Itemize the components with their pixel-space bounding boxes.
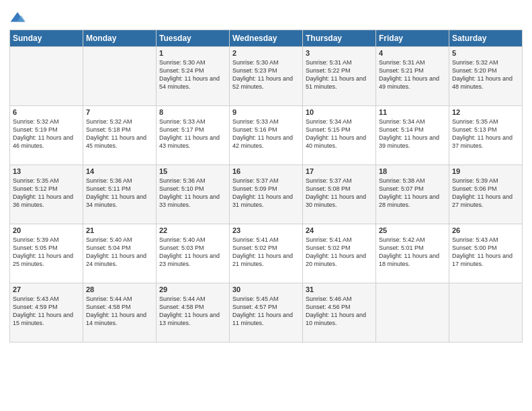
day-number: 19 [452,167,519,175]
calendar-cell: 4Sunrise: 5:31 AM Sunset: 5:21 PM Daylig… [376,47,449,106]
calendar-cell: 24Sunrise: 5:41 AM Sunset: 5:02 PM Dayli… [303,224,376,283]
cell-info: Sunrise: 5:35 AM Sunset: 5:12 PM Dayligh… [13,177,80,210]
cell-info: Sunrise: 5:41 AM Sunset: 5:02 PM Dayligh… [232,236,300,269]
day-number: 11 [379,108,446,116]
calendar-week-row: 20Sunrise: 5:39 AM Sunset: 5:05 PM Dayli… [10,224,523,283]
cell-info: Sunrise: 5:32 AM Sunset: 5:18 PM Dayligh… [86,118,153,150]
calendar-table: SundayMondayTuesdayWednesdayThursdayFrid… [9,30,523,342]
column-header-saturday: Saturday [449,30,523,47]
day-number: 27 [13,285,80,293]
calendar-cell: 6Sunrise: 5:32 AM Sunset: 5:19 PM Daylig… [10,106,83,165]
cell-info: Sunrise: 5:43 AM Sunset: 4:59 PM Dayligh… [13,295,80,328]
day-number: 24 [306,226,373,234]
column-header-tuesday: Tuesday [157,30,230,47]
cell-info: Sunrise: 5:37 AM Sunset: 5:08 PM Dayligh… [306,177,373,210]
column-header-friday: Friday [376,30,449,47]
cell-info: Sunrise: 5:32 AM Sunset: 5:19 PM Dayligh… [13,118,80,150]
day-number: 16 [232,167,300,175]
calendar-cell: 5Sunrise: 5:32 AM Sunset: 5:20 PM Daylig… [449,47,523,106]
calendar-cell: 19Sunrise: 5:39 AM Sunset: 5:06 PM Dayli… [449,165,523,224]
calendar-cell: 20Sunrise: 5:39 AM Sunset: 5:05 PM Dayli… [10,224,83,283]
cell-info: Sunrise: 5:34 AM Sunset: 5:15 PM Dayligh… [306,118,373,150]
cell-info: Sunrise: 5:35 AM Sunset: 5:13 PM Dayligh… [452,118,519,150]
calendar-cell: 10Sunrise: 5:34 AM Sunset: 5:15 PM Dayli… [303,106,376,165]
cell-info: Sunrise: 5:42 AM Sunset: 5:01 PM Dayligh… [379,236,446,269]
calendar-cell: 16Sunrise: 5:37 AM Sunset: 5:09 PM Dayli… [230,165,303,224]
calendar-cell: 12Sunrise: 5:35 AM Sunset: 5:13 PM Dayli… [449,106,523,165]
day-number: 7 [86,108,153,116]
cell-info: Sunrise: 5:39 AM Sunset: 5:06 PM Dayligh… [452,177,519,210]
day-number: 1 [159,49,226,57]
cell-info: Sunrise: 5:40 AM Sunset: 5:03 PM Dayligh… [159,236,226,269]
calendar-cell: 7Sunrise: 5:32 AM Sunset: 5:18 PM Daylig… [83,106,157,165]
day-number: 2 [232,49,300,57]
calendar-cell: 27Sunrise: 5:43 AM Sunset: 4:59 PM Dayli… [10,283,83,342]
column-header-wednesday: Wednesday [230,30,303,47]
day-number: 8 [159,108,226,116]
calendar-cell [376,283,449,342]
calendar-cell: 1Sunrise: 5:30 AM Sunset: 5:24 PM Daylig… [157,47,230,106]
calendar-cell: 25Sunrise: 5:42 AM Sunset: 5:01 PM Dayli… [376,224,449,283]
day-number: 28 [86,285,153,293]
logo [9,11,28,24]
column-header-sunday: Sunday [10,30,83,47]
day-number: 4 [379,49,446,57]
day-number: 18 [379,167,446,175]
calendar-cell: 30Sunrise: 5:45 AM Sunset: 4:57 PM Dayli… [230,283,303,342]
calendar-cell: 15Sunrise: 5:36 AM Sunset: 5:10 PM Dayli… [157,165,230,224]
calendar-cell: 22Sunrise: 5:40 AM Sunset: 5:03 PM Dayli… [157,224,230,283]
calendar-cell: 23Sunrise: 5:41 AM Sunset: 5:02 PM Dayli… [230,224,303,283]
calendar-cell [10,47,83,106]
calendar-cell: 26Sunrise: 5:43 AM Sunset: 5:00 PM Dayli… [449,224,523,283]
day-number: 21 [86,226,153,234]
column-header-monday: Monday [83,30,157,47]
cell-info: Sunrise: 5:33 AM Sunset: 5:17 PM Dayligh… [159,118,226,150]
cell-info: Sunrise: 5:32 AM Sunset: 5:20 PM Dayligh… [452,58,519,91]
calendar-cell: 11Sunrise: 5:34 AM Sunset: 5:14 PM Dayli… [376,106,449,165]
day-number: 20 [13,226,80,234]
calendar-cell: 21Sunrise: 5:40 AM Sunset: 5:04 PM Dayli… [83,224,157,283]
cell-info: Sunrise: 5:33 AM Sunset: 5:16 PM Dayligh… [232,118,300,150]
day-number: 10 [306,108,373,116]
page-container: SundayMondayTuesdayWednesdayThursdayFrid… [0,0,532,352]
calendar-cell: 17Sunrise: 5:37 AM Sunset: 5:08 PM Dayli… [303,165,376,224]
cell-info: Sunrise: 5:44 AM Sunset: 4:58 PM Dayligh… [159,295,226,328]
day-number: 26 [452,226,519,234]
calendar-cell: 29Sunrise: 5:44 AM Sunset: 4:58 PM Dayli… [157,283,230,342]
calendar-cell: 28Sunrise: 5:44 AM Sunset: 4:58 PM Dayli… [83,283,157,342]
cell-info: Sunrise: 5:30 AM Sunset: 5:24 PM Dayligh… [159,58,226,91]
calendar-cell: 13Sunrise: 5:35 AM Sunset: 5:12 PM Dayli… [10,165,83,224]
cell-info: Sunrise: 5:39 AM Sunset: 5:05 PM Dayligh… [13,236,80,269]
calendar-week-row: 13Sunrise: 5:35 AM Sunset: 5:12 PM Dayli… [10,165,523,224]
cell-info: Sunrise: 5:36 AM Sunset: 5:11 PM Dayligh… [86,177,153,210]
calendar-cell: 2Sunrise: 5:30 AM Sunset: 5:23 PM Daylig… [230,47,303,106]
day-number: 5 [452,49,519,57]
day-number: 9 [232,108,300,116]
day-number: 29 [159,285,226,293]
calendar-week-row: 27Sunrise: 5:43 AM Sunset: 4:59 PM Dayli… [10,283,523,342]
cell-info: Sunrise: 5:40 AM Sunset: 5:04 PM Dayligh… [86,236,153,269]
calendar-header-row: SundayMondayTuesdayWednesdayThursdayFrid… [10,30,523,47]
calendar-cell: 3Sunrise: 5:31 AM Sunset: 5:22 PM Daylig… [303,47,376,106]
calendar-cell: 31Sunrise: 5:46 AM Sunset: 4:56 PM Dayli… [303,283,376,342]
day-number: 31 [306,285,373,293]
cell-info: Sunrise: 5:37 AM Sunset: 5:09 PM Dayligh… [232,177,300,210]
calendar-cell [449,283,523,342]
column-header-thursday: Thursday [303,30,376,47]
calendar-week-row: 6Sunrise: 5:32 AM Sunset: 5:19 PM Daylig… [10,106,523,165]
calendar-cell: 9Sunrise: 5:33 AM Sunset: 5:16 PM Daylig… [230,106,303,165]
cell-info: Sunrise: 5:30 AM Sunset: 5:23 PM Dayligh… [232,58,300,91]
cell-info: Sunrise: 5:31 AM Sunset: 5:22 PM Dayligh… [306,58,373,91]
cell-info: Sunrise: 5:46 AM Sunset: 4:56 PM Dayligh… [306,295,373,328]
calendar-cell [83,47,157,106]
cell-info: Sunrise: 5:38 AM Sunset: 5:07 PM Dayligh… [379,177,446,210]
day-number: 23 [232,226,300,234]
day-number: 12 [452,108,519,116]
day-number: 13 [13,167,80,175]
day-number: 14 [86,167,153,175]
day-number: 30 [232,285,300,293]
page-header [9,7,523,24]
logo-icon [9,11,26,24]
cell-info: Sunrise: 5:34 AM Sunset: 5:14 PM Dayligh… [379,118,446,150]
cell-info: Sunrise: 5:44 AM Sunset: 4:58 PM Dayligh… [86,295,153,328]
